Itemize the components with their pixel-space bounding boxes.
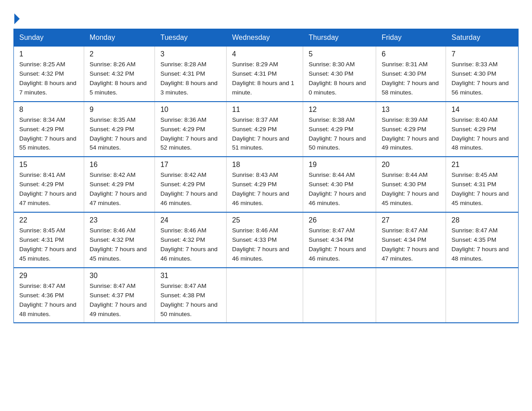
calendar-cell: 8 Sunrise: 8:34 AMSunset: 4:29 PMDayligh… — [14, 102, 84, 157]
calendar-cell: 17 Sunrise: 8:42 AMSunset: 4:29 PMDaylig… — [155, 157, 227, 212]
calendar-week-row: 1 Sunrise: 8:25 AMSunset: 4:32 PMDayligh… — [14, 47, 519, 102]
day-number: 1 — [19, 50, 78, 58]
calendar-cell: 31 Sunrise: 8:47 AMSunset: 4:38 PMDaylig… — [155, 268, 227, 323]
day-info: Sunrise: 8:47 AMSunset: 4:34 PMDaylight:… — [309, 226, 370, 264]
day-number: 21 — [451, 161, 513, 169]
calendar-cell: 28 Sunrise: 8:47 AMSunset: 4:35 PMDaylig… — [446, 212, 519, 268]
day-info: Sunrise: 8:40 AMSunset: 4:29 PMDaylight:… — [451, 116, 513, 153]
calendar-cell: 24 Sunrise: 8:46 AMSunset: 4:32 PMDaylig… — [155, 212, 227, 268]
calendar-week-row: 29 Sunrise: 8:47 AMSunset: 4:36 PMDaylig… — [14, 268, 519, 323]
calendar-cell: 6 Sunrise: 8:31 AMSunset: 4:30 PMDayligh… — [376, 47, 446, 102]
day-info: Sunrise: 8:44 AMSunset: 4:30 PMDaylight:… — [382, 171, 440, 208]
day-info: Sunrise: 8:43 AMSunset: 4:29 PMDaylight:… — [232, 171, 297, 208]
day-info: Sunrise: 8:34 AMSunset: 4:29 PMDaylight:… — [19, 116, 78, 153]
day-info: Sunrise: 8:26 AMSunset: 4:32 PMDaylight:… — [90, 60, 149, 98]
day-number: 31 — [160, 272, 221, 280]
day-number: 2 — [90, 50, 149, 58]
day-info: Sunrise: 8:39 AMSunset: 4:29 PMDaylight:… — [382, 116, 440, 153]
day-number: 13 — [382, 106, 440, 114]
calendar-cell: 9 Sunrise: 8:35 AMSunset: 4:29 PMDayligh… — [84, 102, 154, 157]
calendar-cell: 21 Sunrise: 8:45 AMSunset: 4:31 PMDaylig… — [446, 157, 519, 212]
calendar-table: SundayMondayTuesdayWednesdayThursdayFrid… — [13, 29, 519, 323]
day-number: 8 — [19, 106, 78, 114]
calendar-week-row: 15 Sunrise: 8:41 AMSunset: 4:29 PMDaylig… — [14, 157, 519, 212]
calendar-cell: 23 Sunrise: 8:46 AMSunset: 4:32 PMDaylig… — [84, 212, 154, 268]
calendar-cell: 13 Sunrise: 8:39 AMSunset: 4:29 PMDaylig… — [376, 102, 446, 157]
logo-triangle-icon — [14, 13, 20, 24]
day-number: 17 — [160, 161, 221, 169]
day-info: Sunrise: 8:47 AMSunset: 4:37 PMDaylight:… — [90, 282, 149, 319]
day-number: 15 — [19, 161, 78, 169]
day-info: Sunrise: 8:45 AMSunset: 4:31 PMDaylight:… — [451, 171, 513, 208]
day-number: 18 — [232, 161, 297, 169]
day-info: Sunrise: 8:42 AMSunset: 4:29 PMDaylight:… — [160, 171, 221, 208]
day-number: 14 — [451, 106, 513, 114]
day-number: 26 — [309, 216, 370, 224]
day-number: 29 — [19, 272, 78, 280]
calendar-cell: 7 Sunrise: 8:33 AMSunset: 4:30 PMDayligh… — [446, 47, 519, 102]
calendar-cell: 14 Sunrise: 8:40 AMSunset: 4:29 PMDaylig… — [446, 102, 519, 157]
day-info: Sunrise: 8:46 AMSunset: 4:33 PMDaylight:… — [232, 226, 297, 264]
day-info: Sunrise: 8:37 AMSunset: 4:29 PMDaylight:… — [232, 116, 297, 153]
day-number: 4 — [232, 50, 297, 58]
header-sunday: Sunday — [14, 29, 84, 47]
day-number: 28 — [451, 216, 513, 224]
calendar-cell: 15 Sunrise: 8:41 AMSunset: 4:29 PMDaylig… — [14, 157, 84, 212]
day-number: 27 — [382, 216, 440, 224]
day-number: 7 — [451, 50, 513, 58]
day-info: Sunrise: 8:35 AMSunset: 4:29 PMDaylight:… — [90, 116, 149, 153]
day-number: 5 — [309, 50, 370, 58]
header-thursday: Thursday — [303, 29, 376, 47]
header-saturday: Saturday — [446, 29, 519, 47]
calendar-cell: 29 Sunrise: 8:47 AMSunset: 4:36 PMDaylig… — [14, 268, 84, 323]
calendar-cell — [227, 268, 303, 323]
calendar-cell: 19 Sunrise: 8:44 AMSunset: 4:30 PMDaylig… — [303, 157, 376, 212]
day-info: Sunrise: 8:30 AMSunset: 4:30 PMDaylight:… — [309, 60, 370, 98]
day-number: 25 — [232, 216, 297, 224]
calendar-header-row: SundayMondayTuesdayWednesdayThursdayFrid… — [14, 29, 519, 47]
day-number: 19 — [309, 161, 370, 169]
calendar-cell: 1 Sunrise: 8:25 AMSunset: 4:32 PMDayligh… — [14, 47, 84, 102]
calendar-cell: 22 Sunrise: 8:45 AMSunset: 4:31 PMDaylig… — [14, 212, 84, 268]
day-number: 11 — [232, 106, 297, 114]
day-info: Sunrise: 8:31 AMSunset: 4:30 PMDaylight:… — [382, 60, 440, 98]
day-info: Sunrise: 8:28 AMSunset: 4:31 PMDaylight:… — [160, 60, 221, 98]
calendar-cell — [303, 268, 376, 323]
header-friday: Friday — [376, 29, 446, 47]
day-info: Sunrise: 8:44 AMSunset: 4:30 PMDaylight:… — [309, 171, 370, 208]
calendar-cell: 3 Sunrise: 8:28 AMSunset: 4:31 PMDayligh… — [155, 47, 227, 102]
day-number: 10 — [160, 106, 221, 114]
day-info: Sunrise: 8:38 AMSunset: 4:29 PMDaylight:… — [309, 116, 370, 153]
day-info: Sunrise: 8:47 AMSunset: 4:34 PMDaylight:… — [382, 226, 440, 264]
day-number: 22 — [19, 216, 78, 224]
calendar-cell: 26 Sunrise: 8:47 AMSunset: 4:34 PMDaylig… — [303, 212, 376, 268]
calendar-cell: 20 Sunrise: 8:44 AMSunset: 4:30 PMDaylig… — [376, 157, 446, 212]
day-info: Sunrise: 8:42 AMSunset: 4:29 PMDaylight:… — [90, 171, 149, 208]
day-info: Sunrise: 8:25 AMSunset: 4:32 PMDaylight:… — [19, 60, 78, 98]
day-info: Sunrise: 8:46 AMSunset: 4:32 PMDaylight:… — [90, 226, 149, 264]
calendar-cell: 11 Sunrise: 8:37 AMSunset: 4:29 PMDaylig… — [227, 102, 303, 157]
day-number: 23 — [90, 216, 149, 224]
day-info: Sunrise: 8:47 AMSunset: 4:38 PMDaylight:… — [160, 282, 221, 319]
day-number: 20 — [382, 161, 440, 169]
calendar-cell: 4 Sunrise: 8:29 AMSunset: 4:31 PMDayligh… — [227, 47, 303, 102]
calendar-cell: 27 Sunrise: 8:47 AMSunset: 4:34 PMDaylig… — [376, 212, 446, 268]
day-number: 30 — [90, 272, 149, 280]
day-info: Sunrise: 8:29 AMSunset: 4:31 PMDaylight:… — [232, 60, 297, 98]
calendar-cell: 10 Sunrise: 8:36 AMSunset: 4:29 PMDaylig… — [155, 102, 227, 157]
header-wednesday: Wednesday — [227, 29, 303, 47]
logo — [13, 13, 20, 24]
day-info: Sunrise: 8:47 AMSunset: 4:35 PMDaylight:… — [451, 226, 513, 264]
calendar-cell: 5 Sunrise: 8:30 AMSunset: 4:30 PMDayligh… — [303, 47, 376, 102]
day-info: Sunrise: 8:33 AMSunset: 4:30 PMDaylight:… — [451, 60, 513, 98]
day-info: Sunrise: 8:47 AMSunset: 4:36 PMDaylight:… — [19, 282, 78, 319]
day-info: Sunrise: 8:36 AMSunset: 4:29 PMDaylight:… — [160, 116, 221, 153]
calendar-cell: 25 Sunrise: 8:46 AMSunset: 4:33 PMDaylig… — [227, 212, 303, 268]
page-header — [13, 9, 519, 24]
day-number: 24 — [160, 216, 221, 224]
calendar-cell: 2 Sunrise: 8:26 AMSunset: 4:32 PMDayligh… — [84, 47, 154, 102]
day-number: 9 — [90, 106, 149, 114]
day-number: 12 — [309, 106, 370, 114]
day-number: 3 — [160, 50, 221, 58]
header-monday: Monday — [84, 29, 154, 47]
